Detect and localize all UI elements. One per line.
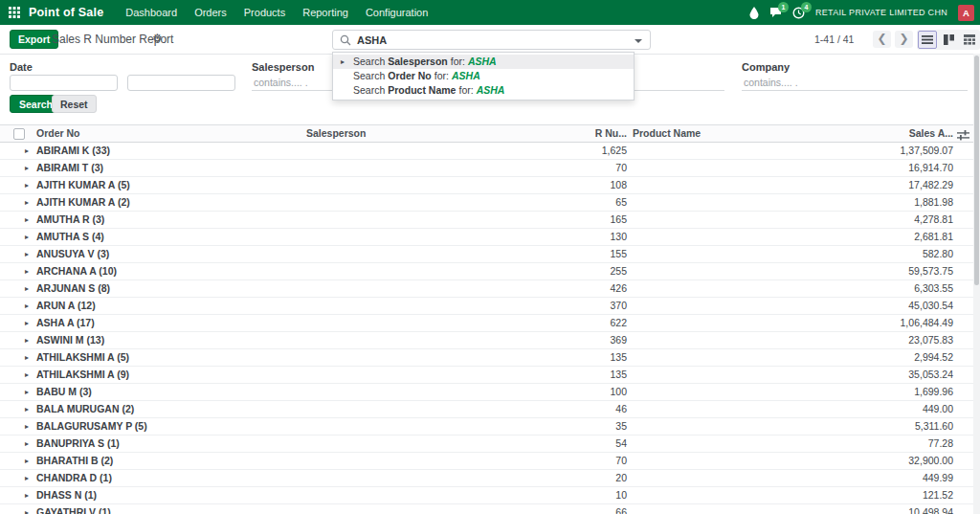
- row-expander-icon: [25, 332, 29, 348]
- row-group-name: BANUPRIYA S (1): [36, 436, 120, 452]
- filter-reset-button[interactable]: Reset: [52, 95, 97, 113]
- menu-item[interactable]: Orders: [186, 0, 235, 25]
- row-sales-amount: 1,881.98: [819, 194, 953, 211]
- settings-gear-icon[interactable]: [152, 32, 163, 45]
- user-avatar[interactable]: A: [958, 5, 974, 21]
- search-input[interactable]: ASHA: [332, 30, 651, 50]
- row-r-number: 426: [517, 280, 627, 297]
- row-sales-amount: 1,06,484.49: [819, 315, 953, 331]
- table-group-row[interactable]: BANUPRIYA S (1) 54 77.28: [0, 436, 973, 453]
- search-caret-icon[interactable]: [635, 39, 642, 43]
- row-group-name: GAYATHRI V (1): [36, 504, 111, 514]
- activities-clock-icon[interactable]: 4: [792, 7, 805, 19]
- date-from-input[interactable]: [10, 75, 118, 91]
- menu-item[interactable]: Dashboard: [117, 0, 186, 25]
- row-sales-amount: 5,311.60: [819, 418, 953, 435]
- row-group-name: ARUN A (12): [36, 298, 96, 314]
- row-r-number: 135: [517, 367, 627, 383]
- row-r-number: 70: [517, 160, 627, 176]
- row-group-name: BHARATHI B (2): [36, 453, 113, 469]
- app-name[interactable]: Point of Sale: [29, 6, 103, 19]
- row-r-number: 54: [517, 436, 627, 452]
- menu-item[interactable]: Configuration: [357, 0, 436, 25]
- table-group-row[interactable]: ARCHANA A (10) 255 59,573.75: [0, 263, 973, 280]
- row-r-number: 66: [517, 504, 627, 514]
- table-group-row[interactable]: ARUN A (12) 370 45,030.54: [0, 298, 973, 315]
- row-expander-icon: [25, 315, 29, 331]
- row-group-name: ANUSUYA V (3): [36, 246, 109, 262]
- table-body: ABIRAMI K (33) 1,625 1,37,509.07 ABIRAMI…: [0, 143, 973, 514]
- table-group-row[interactable]: BALAGURUSAMY P (5) 35 5,311.60: [0, 418, 973, 436]
- row-expander-icon: [25, 418, 29, 435]
- row-group-name: ARCHANA A (10): [36, 263, 117, 279]
- row-group-name: ABIRAMI K (33): [36, 143, 110, 159]
- table-group-row[interactable]: AJITH KUMAR A (2) 65 1,881.98: [0, 194, 973, 212]
- search-option-salesperson[interactable]: SearchSalespersonfor:ASHA: [333, 55, 634, 69]
- row-r-number: 369: [517, 332, 627, 348]
- row-sales-amount: 32,900.00: [819, 453, 953, 469]
- table-group-row[interactable]: AMUTHA R (3) 165 4,278.81: [0, 212, 973, 229]
- header-sales-amount[interactable]: Sales A...: [819, 125, 953, 142]
- row-group-name: CHANDRA D (1): [36, 470, 112, 486]
- pos-report-screen: Point of Sale Dashboard Orders Products …: [0, 0, 980, 514]
- company-filter-input[interactable]: [742, 75, 968, 91]
- header-order-no[interactable]: Order No: [36, 125, 80, 142]
- header-product-name[interactable]: Product Name: [633, 125, 701, 142]
- kanban-view-button[interactable]: [939, 31, 958, 49]
- header-r-number[interactable]: R Nu...: [517, 125, 627, 142]
- expander-icon: [341, 55, 345, 69]
- scrollbar-thumb[interactable]: [974, 56, 979, 285]
- row-expander-icon: [25, 384, 29, 400]
- table-group-row[interactable]: GAYATHRI V (1) 66 10,498.94: [0, 504, 973, 514]
- table-group-row[interactable]: AMUTHA S (4) 130 2,681.81: [0, 229, 973, 246]
- menu-item[interactable]: Products: [235, 0, 294, 25]
- option-mid: for:: [458, 84, 473, 96]
- row-expander-icon: [25, 143, 29, 159]
- table-group-row[interactable]: ASHA A (17) 622 1,06,484.49: [0, 315, 973, 332]
- table-group-row[interactable]: ARJUNAN S (8) 426 6,303.55: [0, 280, 973, 298]
- option-field: Salesperson: [388, 56, 447, 67]
- pager-previous-button[interactable]: ❮: [873, 31, 891, 48]
- row-group-name: ASHA A (17): [36, 315, 95, 331]
- table-group-row[interactable]: ABIRAMI K (33) 1,625 1,37,509.07: [0, 143, 973, 160]
- date-filter-label: Date: [10, 61, 33, 73]
- table-group-row[interactable]: BHARATHI B (2) 70 32,900.00: [0, 453, 973, 470]
- row-group-name: AMUTHA S (4): [36, 229, 104, 245]
- row-sales-amount: 2,681.81: [819, 229, 953, 245]
- top-navbar: Point of Sale Dashboard Orders Products …: [0, 0, 980, 25]
- pivot-view-button[interactable]: [960, 31, 979, 49]
- company-filter-label: Company: [742, 61, 790, 73]
- activities-badge: 4: [801, 2, 812, 12]
- option-term: ASHA: [477, 84, 505, 96]
- droplet-icon[interactable]: [749, 7, 759, 19]
- search-dropdown: SearchSalespersonfor:ASHA SearchOrder No…: [332, 52, 635, 101]
- pager-next-button[interactable]: ❯: [895, 31, 913, 48]
- row-expander-icon: [25, 246, 29, 262]
- table-group-row[interactable]: AJITH KUMAR A (5) 108 17,482.29: [0, 177, 973, 194]
- table-group-row[interactable]: ABIRAMI T (3) 70 16,914.70: [0, 160, 973, 177]
- table-group-row[interactable]: ANUSUYA V (3) 155 582.80: [0, 246, 973, 263]
- list-view-button[interactable]: [918, 31, 937, 49]
- row-expander-icon: [25, 487, 29, 503]
- apps-grid-icon[interactable]: [9, 7, 20, 18]
- navbar-right: 1 4 RETAIL PRIVATE LIMITED CHN A: [749, 5, 980, 21]
- table-group-row[interactable]: ASWINI M (13) 369 23,075.83: [0, 332, 973, 349]
- table-group-row[interactable]: CHANDRA D (1) 20 449.99: [0, 470, 973, 487]
- table-group-row[interactable]: BALA MURUGAN (2) 46 449.00: [0, 401, 973, 418]
- header-salesperson[interactable]: Salesperson: [306, 125, 366, 142]
- row-expander-icon: [25, 177, 29, 193]
- row-r-number: 155: [517, 246, 627, 262]
- table-group-row[interactable]: BABU M (3) 100 1,699.96: [0, 384, 973, 401]
- select-all-checkbox[interactable]: [13, 128, 25, 140]
- row-sales-amount: 1,699.96: [819, 384, 953, 400]
- table-group-row[interactable]: ATHILAKSHMI A (5) 135 2,994.52: [0, 349, 973, 367]
- row-r-number: 10: [517, 487, 627, 503]
- menu-item[interactable]: Reporting: [294, 0, 357, 25]
- messages-icon[interactable]: 1: [769, 7, 782, 18]
- date-to-input[interactable]: [127, 75, 235, 91]
- search-option-product-name[interactable]: SearchProduct Namefor:ASHA: [333, 83, 634, 98]
- row-sales-amount: 45,030.54: [819, 298, 953, 314]
- table-group-row[interactable]: ATHILAKSHMI A (9) 135 35,053.24: [0, 367, 973, 384]
- search-option-order-no[interactable]: SearchOrder Nofor:ASHA: [333, 69, 634, 83]
- table-group-row[interactable]: DHASS N (1) 10 121.52: [0, 487, 973, 504]
